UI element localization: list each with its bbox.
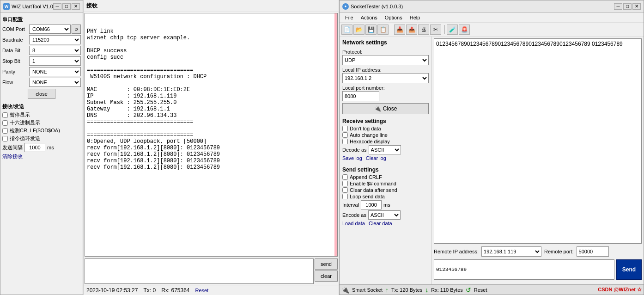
clear-after-send-row: Clear data after send (342, 187, 429, 193)
load-data-button[interactable]: Load data (342, 221, 365, 226)
dont-log-label[interactable]: Don't log data (350, 126, 381, 131)
toolbar-flask-button[interactable]: 🧪 (447, 25, 458, 35)
com-port-refresh-button[interactable]: ↺ (72, 25, 81, 34)
dont-log-checkbox[interactable] (342, 126, 348, 131)
parity-select[interactable]: NONE (29, 67, 81, 76)
socket-close-button[interactable]: ✕ (632, 3, 641, 10)
toolbar-btn7[interactable]: 🖨 (418, 25, 429, 35)
parity-label: Parity (2, 69, 28, 74)
wiz-maximize-button[interactable]: □ (62, 3, 71, 10)
socket-minimize-button[interactable]: ─ (614, 3, 622, 10)
save-log-button[interactable]: Save log (342, 155, 362, 161)
data-bit-row: Data Bit 8 (2, 46, 81, 55)
detect-crlf-label[interactable]: 检测CR_LF($OD$OA) (10, 127, 60, 134)
socket-send-input[interactable]: 0123456789 (434, 259, 614, 280)
toolbar-new-button[interactable]: 📄 (341, 25, 352, 35)
append-crlf-label[interactable]: Append CRLF (350, 174, 382, 180)
socket-recv-display[interactable]: 0123456789012345678901234567890123456789… (434, 38, 642, 244)
recv-area[interactable]: PHY link wiznet chip tcp server example.… (85, 13, 338, 257)
toolbar-btn8[interactable]: ✂ (430, 25, 441, 35)
clear-after-send-checkbox[interactable] (342, 187, 348, 193)
interval-send-row: Interval 1000 ms (342, 200, 429, 209)
hexacode-display-label[interactable]: Hexacode display (350, 139, 390, 144)
pause-display-label[interactable]: 暂停显示 (10, 111, 30, 118)
local-port-input[interactable]: 8080 (342, 91, 379, 101)
csdn-label: CSDN @WIZnet ☆ (598, 287, 642, 293)
append-crlf-checkbox[interactable] (342, 174, 348, 180)
socket-app-icon: ● (342, 3, 349, 10)
loop-send-row: 指令循环发送 (2, 135, 81, 142)
wiz-content: 串口配置 COM Port COM66 ↺ Baudrate 115200 Da… (0, 12, 83, 295)
wiz-close-button[interactable]: ✕ (72, 3, 80, 10)
menu-help[interactable]: Help (406, 14, 424, 21)
interval-input[interactable]: 1000 (24, 143, 45, 152)
wiz-app-icon: W (3, 3, 10, 10)
socket-settings: Network settings Protocol: UDP TCP Clien… (340, 37, 432, 284)
tx-rx-section: 接收/发送 暂停显示 十六进制显示 检测CR_LF($OD$OA) 指令循环发送… (2, 103, 81, 160)
detect-crlf-row: 检测CR_LF($OD$OA) (2, 127, 81, 134)
socket-close-connection-button[interactable]: 🔌 Close (342, 103, 429, 114)
loop-send-checkbox2[interactable] (342, 194, 348, 199)
clear-data-button[interactable]: Clear data (369, 221, 392, 226)
decode-select[interactable]: ASCII UTF-8 HEX (369, 145, 401, 154)
parity-row: Parity NONE (2, 67, 81, 76)
socket-titlebar: ● SocketTester (v1.0.0.3) ─ □ ✕ (340, 0, 644, 12)
remote-ip-label: Remote IP address: (434, 249, 479, 254)
detect-crlf-checkbox[interactable] (2, 128, 8, 134)
toolbar-save-button[interactable]: 💾 (365, 25, 377, 35)
encode-row: Encode as ASCII UTF-8 HEX (342, 210, 429, 220)
com-port-select[interactable]: COM66 (29, 25, 71, 34)
toolbar-save-as-button[interactable]: 📋 (377, 25, 389, 35)
hexacode-display-checkbox[interactable] (342, 139, 348, 144)
data-bit-select[interactable]: 8 (29, 46, 81, 55)
com-port-label: COM Port (2, 26, 28, 32)
toolbar-btn5[interactable]: 📥 (394, 25, 405, 35)
wiz-minimize-button[interactable]: ─ (53, 3, 61, 10)
send-button[interactable]: send (315, 258, 338, 270)
clear-recv-button[interactable]: 清除接收 (2, 153, 23, 160)
local-ip-label: Local IP address: (342, 67, 429, 73)
hex-display-checkbox[interactable] (2, 120, 8, 126)
protocol-field: Protocol: UDP TCP Client TCP Server (342, 49, 429, 65)
reset-button[interactable]: Reset (195, 288, 209, 293)
pause-display-checkbox[interactable] (2, 112, 8, 118)
enable-command-checkbox[interactable] (342, 181, 348, 186)
enable-command-label[interactable]: Enable $# command (350, 181, 396, 186)
loop-send-label2[interactable]: Loop send data (350, 194, 385, 199)
clear-log-button[interactable]: Clear log (366, 155, 386, 161)
rx-label: Rx: 675364 (161, 287, 189, 294)
local-ip-select[interactable]: 192.168.1.2 (342, 73, 429, 83)
hex-display-label[interactable]: 十六进制显示 (10, 119, 40, 126)
auto-change-line-checkbox[interactable] (342, 132, 348, 138)
network-settings-label: Network settings (342, 39, 429, 46)
encode-select[interactable]: ASCII UTF-8 HEX (368, 210, 401, 220)
menu-options[interactable]: Options (381, 14, 406, 21)
auto-change-line-label[interactable]: Auto change line (350, 132, 388, 138)
clear-send-button[interactable]: clear (315, 270, 338, 282)
clear-after-send-label[interactable]: Clear data after send (350, 187, 397, 193)
send-buttons: send clear (315, 258, 338, 284)
menu-file[interactable]: File (341, 14, 357, 21)
toolbar-btn6[interactable]: 📤 (406, 25, 417, 35)
send-settings-section: Send settings Append CRLF Enable $# comm… (342, 166, 429, 226)
flow-select[interactable]: NONE (29, 78, 81, 87)
menu-actions[interactable]: Actions (357, 14, 381, 21)
socket-maximize-button[interactable]: □ (623, 3, 632, 10)
baudrate-select[interactable]: 115200 (29, 35, 81, 44)
toolbar-open-button[interactable]: 📂 (353, 25, 365, 35)
socket-send-button[interactable]: Send (616, 259, 642, 280)
loop-send-checkbox[interactable] (2, 136, 8, 141)
remote-ip-select[interactable]: 192.168.1.119 (481, 246, 541, 257)
interval-send-input[interactable]: 1000 (361, 200, 382, 209)
stop-bit-select[interactable]: 1 (29, 56, 81, 66)
toolbar-lifesaver-button[interactable]: 🚨 (459, 25, 470, 35)
close-port-button[interactable]: close (28, 89, 55, 99)
recv-header: 接收 (84, 0, 339, 12)
protocol-select[interactable]: UDP TCP Client TCP Server (342, 55, 429, 65)
tx-rx-label: 接收/发送 (2, 103, 81, 110)
send-textarea[interactable] (85, 258, 314, 284)
socket-statusbar: 🔌 Smart Socket ↑ Tx: 120 Bytes ↓ Rx: 110… (340, 284, 644, 295)
remote-port-input[interactable]: 50000 (577, 246, 609, 257)
auto-change-line-row: Auto change line (342, 132, 429, 138)
loop-send-label[interactable]: 指令循环发送 (10, 135, 40, 142)
